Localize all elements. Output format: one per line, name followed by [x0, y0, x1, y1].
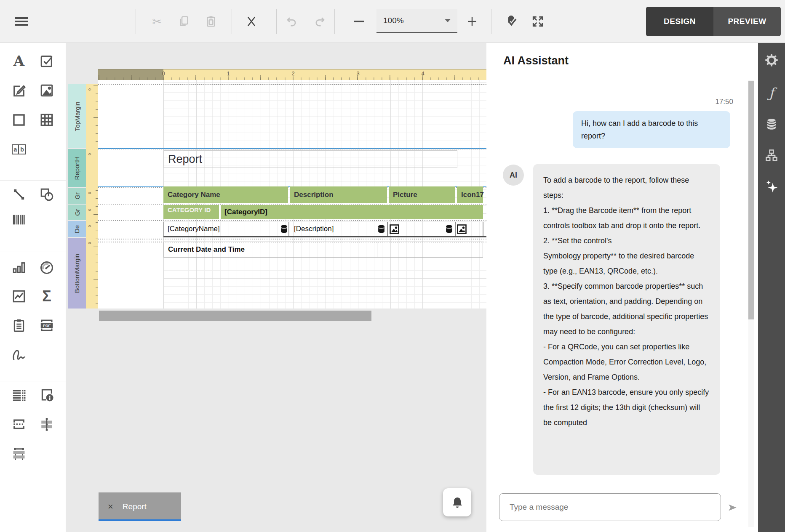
send-message-button[interactable] — [725, 500, 740, 515]
ruler-number: 0 — [88, 150, 92, 155]
label-icon: A — [13, 53, 24, 69]
pdf-icon: PDF — [39, 318, 54, 333]
detail-field-categoryname[interactable]: [CategoryName] — [168, 222, 220, 236]
toolbox-gauge-control[interactable] — [37, 258, 56, 277]
table-header-cell[interactable]: Description — [290, 186, 387, 203]
ruler-number: 0 — [88, 85, 92, 90]
zoom-value: 100% — [383, 16, 445, 25]
zoom-select[interactable]: 100% — [376, 9, 457, 33]
band-detail[interactable]: De — [68, 221, 86, 237]
rich-text-icon — [12, 83, 26, 98]
toolbox-checkbox-control[interactable] — [37, 52, 56, 70]
gear-icon — [765, 53, 778, 67]
cut-button[interactable]: ✂ — [147, 11, 168, 32]
svg-text:PDF: PDF — [43, 324, 51, 328]
ruler-number: 0 — [160, 70, 167, 77]
toolbox-page-break-control[interactable] — [10, 415, 28, 434]
cut-icon: ✂ — [152, 15, 162, 29]
ai-message-bubble: To add a barcode to the report, follow t… — [533, 164, 720, 475]
minus-icon — [354, 21, 364, 22]
toolbox-line-control[interactable] — [10, 185, 28, 204]
ai-assistant-button[interactable] — [764, 179, 779, 194]
group-header-row[interactable]: CATEGORY ID [CategoryID] — [163, 205, 483, 219]
user-message-bubble: Hi, how can I add a barcode to this repo… — [573, 111, 730, 148]
notifications-button[interactable] — [443, 488, 471, 516]
toolbox-summary-control[interactable]: Σ — [37, 287, 56, 306]
toolbox-panel-control[interactable] — [10, 111, 28, 129]
ruler-number: 2 — [289, 70, 297, 77]
menu-button[interactable] — [11, 11, 32, 32]
band-group-header-2[interactable]: Gr — [68, 205, 86, 220]
page-break-icon — [12, 417, 26, 431]
detail-field-description[interactable]: [Description] — [294, 222, 334, 236]
copy-icon — [178, 15, 190, 28]
band-top-margin[interactable]: TopMargin — [68, 84, 86, 148]
undo-button[interactable] — [281, 11, 302, 32]
band-label: Gr — [73, 192, 80, 200]
toolbox-richtext-control[interactable] — [10, 81, 28, 100]
control-toolbox: A ab — [0, 43, 66, 532]
undo-icon — [286, 15, 298, 28]
toolbox-character-comb-control[interactable]: ab — [10, 140, 28, 159]
toolbar-separator — [276, 9, 277, 34]
chat-message-input[interactable] — [499, 493, 721, 521]
band-label: De — [74, 225, 81, 233]
toolbox-chart-control[interactable] — [10, 258, 28, 277]
fullscreen-button[interactable] — [527, 11, 548, 32]
toolbox-table-control[interactable] — [37, 111, 56, 129]
toolbox-barcode-control[interactable] — [10, 210, 28, 229]
band-label: BottomMargin — [74, 253, 81, 293]
paste-button[interactable] — [200, 11, 222, 32]
bell-icon — [451, 496, 464, 509]
design-tab[interactable]: DESIGN — [646, 7, 713, 36]
delete-button[interactable] — [241, 11, 262, 32]
band-report-header[interactable]: ReportH — [68, 149, 86, 187]
expressions-button[interactable]: ƒ — [764, 86, 779, 100]
close-icon[interactable]: × — [108, 501, 113, 512]
toolbox-divider — [0, 252, 66, 252]
toolbox-page-info-control[interactable] — [37, 386, 56, 404]
report-page: Report Category Name Description Picture… — [98, 80, 486, 309]
table-header-cell[interactable]: Category Name — [163, 186, 288, 203]
band-group-header-1[interactable]: Gr — [68, 188, 86, 204]
toolbox-label-control[interactable]: A — [10, 52, 28, 70]
table-header-cell[interactable]: Icon17 — [457, 186, 483, 203]
toolbox-shape-control[interactable] — [37, 185, 56, 204]
scrollbar-thumb[interactable] — [748, 81, 754, 319]
report-page-tab[interactable]: × Report — [99, 492, 181, 521]
toolbox-subreport-control[interactable] — [10, 386, 28, 404]
toolbox-picture-control[interactable] — [37, 81, 56, 100]
data-source-button[interactable] — [764, 117, 779, 131]
properties-button[interactable] — [764, 53, 779, 67]
redo-button[interactable] — [309, 11, 330, 32]
ruler-number: 0 — [88, 189, 92, 194]
toolbox-sparkline-control[interactable] — [10, 287, 28, 306]
toolbox-cross-band-line-control[interactable] — [37, 415, 56, 434]
preview-tab[interactable]: PREVIEW — [713, 7, 781, 36]
zoom-out-button[interactable] — [349, 11, 370, 32]
toolbox-cross-band-box-control[interactable] — [10, 444, 28, 463]
database-icon — [765, 118, 778, 130]
band-label: TopMargin — [74, 101, 81, 131]
ai-avatar: AI — [503, 165, 524, 186]
toolbox-pdf-content-control[interactable]: PDF — [37, 316, 56, 335]
toolbox-signature-control[interactable] — [10, 345, 28, 364]
right-sidebar: ƒ — [758, 43, 785, 532]
table-header-cell[interactable]: Picture — [389, 186, 455, 203]
panel-icon — [12, 113, 26, 127]
horizontal-scrollbar[interactable] — [99, 311, 371, 321]
subreport-icon — [12, 388, 26, 402]
report-explorer-button[interactable] — [764, 148, 779, 162]
validation-check-icon — [505, 14, 519, 29]
category-id-label: CATEGORY ID — [168, 206, 218, 219]
zoom-in-button[interactable] — [462, 11, 483, 32]
page-footer-control[interactable]: Current Date and Time — [163, 242, 483, 258]
panel-scrollbar[interactable] — [748, 80, 754, 527]
horizontal-ruler: 0 1 2 3 4 — [98, 69, 486, 80]
category-id-field[interactable]: [CategoryID] — [224, 205, 267, 219]
report-title-control[interactable]: Report — [163, 150, 457, 168]
toolbox-pdf-signature-control[interactable] — [10, 316, 28, 335]
validate-button[interactable] — [501, 11, 522, 32]
copy-button[interactable] — [174, 11, 195, 32]
band-bottom-margin[interactable]: BottomMargin — [68, 238, 86, 309]
